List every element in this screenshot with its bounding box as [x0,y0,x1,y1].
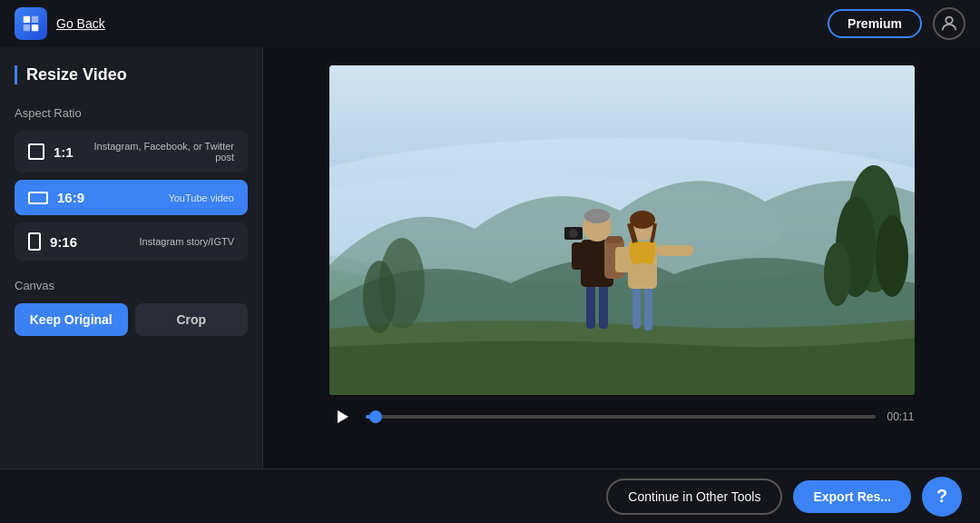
svg-rect-20 [572,242,583,270]
ratio-option-1-1[interactable]: 1:1 Instagram, Facebook, or Twitter post [15,131,248,173]
svg-point-14 [363,261,396,333]
svg-point-4 [946,17,952,24]
video-preview [329,65,915,395]
svg-marker-33 [338,410,348,423]
ratio-left-1-1: 1:1 [28,143,74,160]
question-icon: ? [936,486,947,507]
app-logo [15,7,47,40]
svg-rect-16 [599,283,608,329]
svg-point-32 [630,211,655,229]
video-controls: 00:11 [329,404,915,429]
ratio-desc-16-9: YouTube video [168,192,234,203]
ratio-label-1-1: 1:1 [54,144,74,160]
user-avatar[interactable] [933,7,965,40]
bottom-bar: Continue in Other Tools Export Res... ? [0,469,980,523]
export-button[interactable]: Export Res... [793,480,911,513]
svg-rect-19 [606,236,622,243]
premium-button[interactable]: Premium [828,9,922,38]
support-button[interactable]: ? [922,477,962,517]
svg-point-22 [569,229,578,238]
play-button[interactable] [329,404,355,429]
ratio-icon-tall [28,232,41,251]
ratio-label-16-9: 16:9 [57,190,84,205]
ratio-label-9-16: 9:16 [50,234,77,250]
video-container [329,65,915,395]
sidebar: Resize Video Aspect Ratio 1:1 Instagram,… [0,47,263,469]
svg-rect-2 [24,25,30,31]
continue-other-tools-button[interactable]: Continue in Other Tools [606,479,782,515]
canvas-section: Canvas Keep Original Crop [15,279,248,336]
header: Go Back Premium [0,0,980,47]
progress-bar[interactable] [366,415,877,419]
ratio-option-9-16[interactable]: 9:16 Instagram story/IGTV [15,222,248,261]
svg-rect-15 [586,283,595,329]
keep-original-button[interactable]: Keep Original [15,303,128,336]
go-back-button[interactable]: Go Back [56,16,105,31]
svg-rect-1 [32,16,38,23]
canvas-buttons: Keep Original Crop [15,303,248,336]
time-display: 00:11 [887,410,914,423]
aspect-ratio-label: Aspect Ratio [15,106,248,120]
svg-point-24 [584,209,610,223]
app-logo-icon [21,14,41,34]
ratio-left-9-16: 9:16 [28,232,77,251]
svg-rect-3 [32,25,38,31]
ratio-desc-9-16: Instagram story/IGTV [139,236,234,247]
user-icon [939,14,959,34]
play-icon [334,409,350,425]
ratio-desc-1-1: Instagram, Facebook, or Twitter post [74,141,234,163]
ratio-left-16-9: 16:9 [28,190,84,205]
ratio-option-16-9[interactable]: 16:9 YouTube video [15,180,248,215]
sidebar-title: Resize Video [15,65,248,84]
ratio-icon-square [28,143,44,160]
canvas-label: Canvas [15,279,248,292]
svg-rect-25 [632,285,641,329]
svg-point-11 [876,215,908,297]
svg-rect-0 [24,16,30,23]
header-right: Premium [828,7,965,40]
svg-rect-29 [657,245,693,256]
progress-thumb[interactable] [369,410,382,423]
video-area: 00:11 [263,47,980,469]
crop-button[interactable]: Crop [135,303,249,336]
ratio-icon-wide [28,192,48,204]
video-scene-svg [329,65,915,395]
main-content: Resize Video Aspect Ratio 1:1 Instagram,… [0,47,980,469]
svg-rect-26 [644,285,652,331]
header-left: Go Back [15,7,105,40]
svg-rect-30 [615,247,630,272]
svg-point-12 [824,242,851,306]
svg-rect-8 [329,356,915,395]
